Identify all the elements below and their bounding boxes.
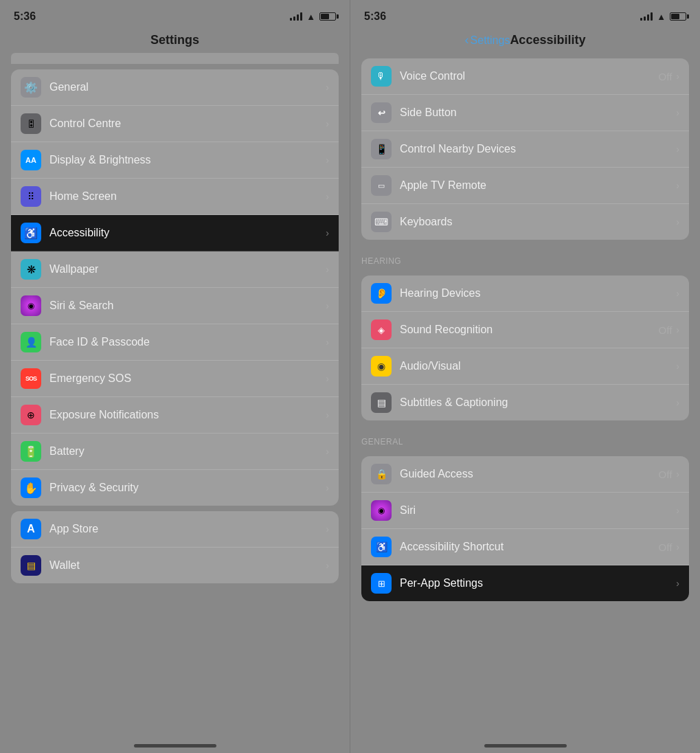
signal-bars-icon [290, 12, 302, 21]
settings-item-siri[interactable]: ◉ Siri & Search › [11, 288, 339, 324]
right-item-side-button[interactable]: ↩ Side Button › [361, 95, 689, 131]
left-status-icons: ▲ [290, 12, 336, 22]
face-id-icon: 👤 [21, 332, 41, 352]
right-item-subtitles[interactable]: ▤ Subtitles & Captioning › [361, 385, 689, 420]
battery-icon [319, 12, 336, 21]
hearing-devices-chevron: › [676, 288, 679, 299]
apple-tv-icon: ▭ [371, 175, 392, 196]
back-chevron-icon: ‹ [465, 33, 469, 47]
guided-access-label: Guided Access [400, 468, 659, 480]
settings-item-app-store[interactable]: A App Store › [11, 511, 339, 548]
right-item-apple-tv[interactable]: ▭ Apple TV Remote › [361, 168, 689, 204]
voice-control-label: Voice Control [400, 70, 659, 82]
wallet-icon: ▤ [21, 555, 41, 576]
right-item-per-app-settings[interactable]: ⊞ Per-App Settings › [361, 565, 689, 601]
settings-item-battery[interactable]: 🔋 Battery › [11, 434, 339, 470]
back-button[interactable]: ‹ Settings [465, 33, 510, 47]
apps-settings-group: A App Store › ▤ Wallet › [11, 511, 339, 583]
signal-bar-3 [297, 14, 299, 21]
settings-item-display[interactable]: AA Display & Brightness › [11, 142, 339, 179]
settings-item-wallet[interactable]: ▤ Wallet › [11, 548, 339, 583]
audio-visual-label: Audio/Visual [400, 360, 676, 372]
privacy-label: Privacy & Security [49, 482, 326, 494]
battery-settings-icon: 🔋 [21, 441, 41, 462]
settings-item-general[interactable]: ⚙️ General › [11, 69, 339, 106]
control-centre-icon: 🎛 [21, 113, 41, 134]
settings-item-face-id[interactable]: 👤 Face ID & Passcode › [11, 324, 339, 361]
wifi-icon: ▲ [306, 12, 315, 22]
right-item-accessibility-shortcut[interactable]: ♿ Accessibility Shortcut Off › [361, 529, 689, 565]
side-button-chevron: › [676, 107, 679, 118]
right-item-siri[interactable]: ◉ Siri › [361, 493, 689, 529]
general-accessibility-group: 🔒 Guided Access Off › ◉ Siri › ♿ Accessi… [361, 456, 689, 601]
control-centre-chevron: › [326, 118, 329, 129]
right-status-icons: ▲ [640, 12, 686, 22]
guided-access-icon: 🔒 [371, 464, 392, 484]
physical-motor-group: 🎙 Voice Control Off › ↩ Side Button › 📱 … [361, 58, 689, 240]
display-label: Display & Brightness [49, 154, 326, 166]
right-item-voice-control[interactable]: 🎙 Voice Control Off › [361, 58, 689, 95]
settings-item-home-screen[interactable]: ⠿ Home Screen › [11, 179, 339, 215]
right-battery-fill [671, 14, 679, 19]
per-app-settings-label: Per-App Settings [400, 577, 676, 589]
face-id-label: Face ID & Passcode [49, 336, 326, 348]
exposure-label: Exposure Notifications [49, 409, 326, 421]
settings-item-privacy[interactable]: ✋ Privacy & Security › [11, 470, 339, 506]
voice-control-chevron: › [676, 71, 679, 82]
battery-label: Battery [49, 445, 326, 458]
right-siri-icon: ◉ [371, 500, 392, 521]
general-icon: ⚙️ [21, 77, 41, 98]
apple-tv-label: Apple TV Remote [400, 179, 676, 192]
right-item-hearing-devices[interactable]: 👂 Hearing Devices › [361, 276, 689, 312]
side-button-label: Side Button [400, 106, 676, 119]
right-signal-bars-icon [640, 12, 653, 21]
signal-bar-1 [290, 18, 292, 21]
per-app-settings-icon: ⊞ [371, 573, 392, 594]
hearing-devices-label: Hearing Devices [400, 287, 676, 300]
r-signal-bar-2 [644, 16, 646, 21]
subtitles-icon: ▤ [371, 392, 392, 413]
settings-item-emergency[interactable]: SOS Emergency SOS › [11, 361, 339, 397]
r-signal-bar-3 [647, 14, 649, 21]
home-screen-icon: ⠿ [21, 186, 41, 207]
app-store-chevron: › [326, 524, 329, 535]
r-signal-bar-1 [640, 18, 642, 21]
main-settings-group: ⚙️ General › 🎛 Control Centre › AA Displ… [11, 69, 339, 506]
accessibility-chevron: › [326, 227, 329, 238]
subtitles-chevron: › [676, 397, 679, 408]
right-item-audio-visual[interactable]: ◉ Audio/Visual › [361, 348, 689, 385]
accessibility-shortcut-value: Off [659, 541, 673, 553]
left-status-bar: 5:36 ▲ [0, 0, 350, 30]
right-item-guided-access[interactable]: 🔒 Guided Access Off › [361, 456, 689, 493]
right-panel: 5:36 ▲ ‹ Settings Accessibility 🎙 Voice … [350, 0, 700, 753]
keyboards-label: Keyboards [400, 216, 676, 228]
voice-control-value: Off [659, 71, 673, 82]
control-nearby-icon: 📱 [371, 139, 392, 159]
r-signal-bar-4 [651, 12, 653, 21]
app-store-label: App Store [49, 523, 326, 535]
right-wifi-icon: ▲ [657, 12, 666, 22]
settings-item-wallpaper[interactable]: ❋ Wallpaper › [11, 251, 339, 288]
side-button-icon: ↩ [371, 102, 392, 123]
right-item-control-nearby[interactable]: 📱 Control Nearby Devices › [361, 131, 689, 168]
keyboards-chevron: › [676, 216, 679, 227]
settings-item-exposure[interactable]: ⊕ Exposure Notifications › [11, 397, 339, 434]
voice-control-icon: 🎙 [371, 66, 392, 87]
general-label: General [49, 81, 326, 93]
hearing-group: 👂 Hearing Devices › ◈ Sound Recognition … [361, 276, 689, 420]
wallet-chevron: › [326, 560, 329, 571]
display-icon: AA [21, 150, 41, 170]
battery-chevron: › [326, 446, 329, 457]
home-screen-label: Home Screen [49, 190, 326, 203]
control-nearby-chevron: › [676, 144, 679, 155]
right-home-indicator [484, 744, 567, 748]
right-item-keyboards[interactable]: ⌨ Keyboards › [361, 204, 689, 240]
settings-item-accessibility[interactable]: ♿ Accessibility › [11, 215, 339, 251]
settings-item-control-centre[interactable]: 🎛 Control Centre › [11, 106, 339, 142]
emergency-chevron: › [326, 373, 329, 384]
right-item-sound-recognition[interactable]: ◈ Sound Recognition Off › [361, 312, 689, 348]
accessibility-shortcut-icon: ♿ [371, 537, 392, 557]
left-panel: 5:36 ▲ Settings ⚙️ General › 🎛 Control C… [0, 0, 350, 753]
accessibility-label: Accessibility [49, 227, 326, 239]
accessibility-icon: ♿ [21, 223, 41, 243]
